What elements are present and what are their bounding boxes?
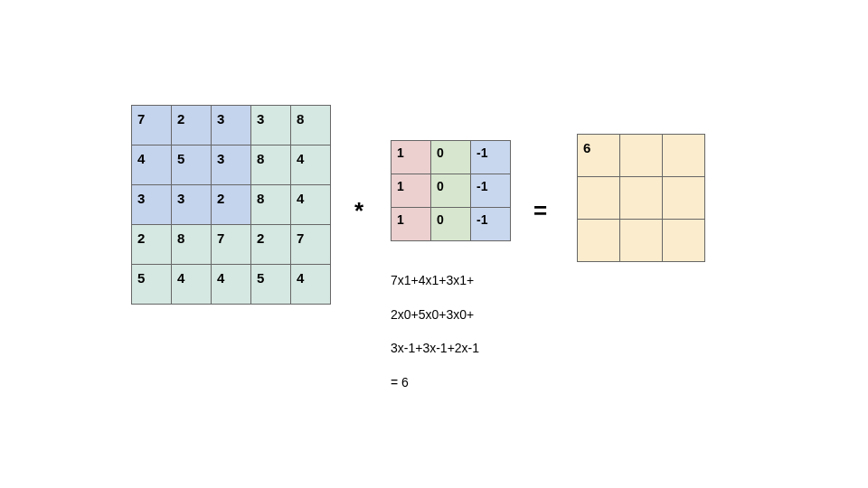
input-cell: 2 <box>132 225 172 265</box>
kernel-cell: 0 <box>431 174 471 208</box>
input-cell: 3 <box>132 185 172 225</box>
kernel-matrix: 1 0 -1 1 0 -1 1 0 -1 <box>391 140 511 241</box>
input-cell: 8 <box>172 225 212 265</box>
kernel-cell: 0 <box>431 208 471 241</box>
input-cell: 4 <box>291 185 331 225</box>
kernel-cell: -1 <box>471 174 511 208</box>
input-matrix: 7 2 3 3 8 4 5 3 8 4 3 3 2 8 4 2 <box>131 105 331 305</box>
input-cell: 5 <box>132 265 172 305</box>
output-matrix: 6 <box>577 134 705 262</box>
input-cell: 7 <box>291 225 331 265</box>
input-cell: 3 <box>172 185 212 225</box>
output-cell <box>620 135 663 177</box>
input-cell: 5 <box>172 145 212 185</box>
output-cell <box>620 177 663 220</box>
input-cell: 2 <box>212 185 251 225</box>
input-cell: 2 <box>251 225 291 265</box>
kernel-cell: 1 <box>392 208 431 241</box>
input-cell: 4 <box>291 145 331 185</box>
conv-operator: * <box>354 197 363 225</box>
kernel-cell: 0 <box>431 141 471 174</box>
input-cell: 4 <box>172 265 212 305</box>
calc-line: 3x-1+3x-1+2x-1 <box>391 341 479 355</box>
output-cell <box>578 220 620 262</box>
output-cell <box>663 135 705 177</box>
calculation-text: 7x1+4x1+3x1+ 2x0+5x0+3x0+ 3x-1+3x-1+2x-1… <box>391 255 479 391</box>
input-cell: 8 <box>251 185 291 225</box>
output-cell: 6 <box>578 135 620 177</box>
kernel-cell: -1 <box>471 141 511 174</box>
input-cell: 4 <box>212 265 251 305</box>
output-cell <box>663 177 705 220</box>
input-cell: 5 <box>251 265 291 305</box>
input-cell: 3 <box>212 145 251 185</box>
kernel-cell: -1 <box>471 208 511 241</box>
kernel-cell: 1 <box>392 174 431 208</box>
input-cell: 2 <box>172 106 212 145</box>
input-cell: 4 <box>132 145 172 185</box>
input-cell: 8 <box>291 106 331 145</box>
output-cell <box>620 220 663 262</box>
input-cell: 7 <box>212 225 251 265</box>
calc-line: 7x1+4x1+3x1+ <box>391 273 474 287</box>
input-cell: 4 <box>291 265 331 305</box>
kernel-cell: 1 <box>392 141 431 174</box>
output-cell <box>663 220 705 262</box>
calc-line: = 6 <box>391 375 409 389</box>
output-cell <box>578 177 620 220</box>
calc-line: 2x0+5x0+3x0+ <box>391 307 474 322</box>
input-cell: 8 <box>251 145 291 185</box>
equals-operator: = <box>533 197 547 225</box>
input-cell: 3 <box>212 106 251 145</box>
input-cell: 7 <box>132 106 172 145</box>
input-cell: 3 <box>251 106 291 145</box>
